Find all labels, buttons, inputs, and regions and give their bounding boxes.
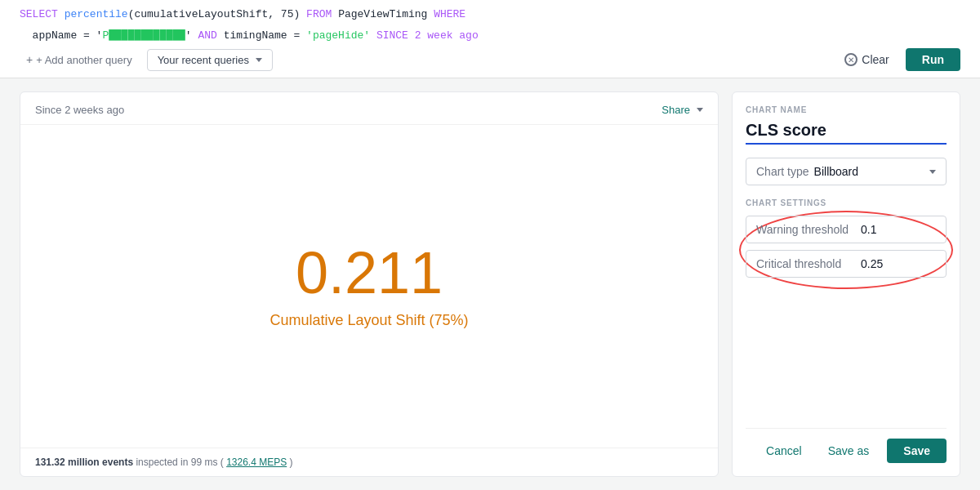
critical-threshold-field[interactable]: Critical threshold 0.25 <box>746 250 947 278</box>
save-button[interactable]: Save <box>887 439 947 463</box>
clear-label: Clear <box>862 53 889 66</box>
chart-panel: Since 2 weeks ago Share 0.211 Cumulative… <box>20 91 719 477</box>
save-as-button[interactable]: Save as <box>820 439 878 462</box>
thresholds-container: Warning threshold 0.1 Critical threshold… <box>746 216 947 284</box>
chart-since: Since 2 weeks ago <box>35 104 124 116</box>
keyword-since: SINCE 2 week ago <box>376 29 479 42</box>
events-count: 131.32 million events <box>35 457 133 468</box>
chart-metric-label: Cumulative Layout Shift (75%) <box>270 312 468 329</box>
footer-inspected: inspected in <box>133 457 191 468</box>
share-label: Share <box>662 104 690 116</box>
cancel-button[interactable]: Cancel <box>758 439 810 462</box>
recent-queries-button[interactable]: Your recent queries <box>147 49 273 71</box>
footer-meps-pre: ( <box>217 457 226 468</box>
chart-settings-section-label: CHART SETTINGS <box>746 198 947 207</box>
chart-type-label: Chart type <box>756 165 809 178</box>
settings-panel: CHART NAME Chart type Billboard CHART SE… <box>732 91 960 477</box>
chevron-down-icon <box>697 108 703 112</box>
run-label: Run <box>922 53 944 66</box>
keyword-from: FROM <box>306 8 332 20</box>
timing-value: 'pageHide' <box>306 29 370 42</box>
chevron-down-icon <box>256 58 262 62</box>
footer-meps-post: ) <box>287 457 292 468</box>
critical-threshold-value: 0.25 <box>861 257 883 270</box>
critical-threshold-label: Critical threshold <box>756 257 854 270</box>
main-content: Since 2 weeks ago Share 0.211 Cumulative… <box>0 78 980 490</box>
chart-body: 0.211 Cumulative Layout Shift (75%) <box>20 125 718 448</box>
query-controls: + + Add another query Your recent querie… <box>20 48 960 71</box>
cancel-label: Cancel <box>766 444 802 457</box>
warning-threshold-label: Warning threshold <box>756 223 854 236</box>
chart-type-dropdown[interactable]: Chart type Billboard <box>746 158 947 185</box>
chart-header: Since 2 weeks ago Share <box>20 92 718 125</box>
circle-x-icon: ✕ <box>844 53 858 66</box>
save-label: Save <box>903 444 930 457</box>
warning-threshold-value: 0.1 <box>861 223 876 236</box>
query-bar: SELECT percentile(cumulativeLayoutShift,… <box>0 0 980 78</box>
settings-footer: Cancel Save as Save <box>746 428 947 463</box>
add-query-label: + Add another query <box>36 54 131 66</box>
plus-icon: + <box>26 53 33 66</box>
share-button[interactable]: Share <box>662 104 703 116</box>
clear-button[interactable]: ✕ Clear <box>836 49 897 70</box>
chevron-down-icon <box>929 170 936 174</box>
chart-name-input[interactable] <box>746 119 947 145</box>
add-query-button[interactable]: + + Add another query <box>20 50 139 69</box>
warning-threshold-field[interactable]: Warning threshold 0.1 <box>746 216 947 243</box>
footer-ms: 99 ms <box>191 457 218 468</box>
app-name-masked: P████████████ <box>102 29 185 42</box>
save-as-label: Save as <box>828 444 870 457</box>
query-line2: appName = 'P████████████' AND timingName… <box>20 28 960 44</box>
run-button[interactable]: Run <box>906 48 960 71</box>
keyword-where: WHERE <box>434 8 466 20</box>
meps-link[interactable]: 1326.4 MEPS <box>226 457 287 468</box>
big-metric-value: 0.211 <box>296 243 443 302</box>
chart-footer: 131.32 million events inspected in 99 ms… <box>20 448 718 476</box>
keyword-func: percentile <box>65 8 128 20</box>
keyword-and: AND <box>198 29 216 42</box>
keyword-select: SELECT <box>20 8 58 20</box>
recent-queries-label: Your recent queries <box>158 54 249 66</box>
chart-type-value: Billboard <box>814 165 926 178</box>
query-text: SELECT percentile(cumulativeLayoutShift,… <box>20 7 960 23</box>
settings-spacer <box>746 297 947 428</box>
chart-name-section-label: CHART NAME <box>746 105 947 114</box>
